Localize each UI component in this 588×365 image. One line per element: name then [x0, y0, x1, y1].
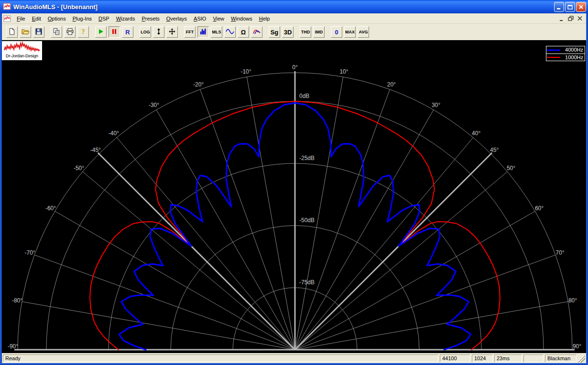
menu-presets[interactable]: Presets [138, 14, 163, 23]
mdi-close-button[interactable] [576, 15, 584, 22]
status-panel-2: 1024 [472, 354, 493, 362]
menu-bar: FileEditOptionsPlug-InsDSPWizardsPresets… [2, 13, 586, 24]
zoom-vertical-button[interactable] [153, 26, 164, 38]
svg-text:40°: 40° [472, 130, 480, 137]
signal-generator-button[interactable]: Sg [269, 26, 280, 38]
toolbar-group: Sg3D [269, 26, 294, 38]
pan-button[interactable] [166, 26, 178, 38]
svg-text:90°: 90° [573, 343, 581, 350]
toolbar: ?RLOGFFTMLSΩSg3DTHDIMD0MAXAVG [2, 24, 586, 40]
open-button[interactable] [20, 26, 31, 38]
menu-file[interactable]: File [13, 14, 29, 23]
view-3d-label: 3D [284, 29, 292, 35]
polar-chart: 0°10°-10°20°-20°30°-30°40°-40°45°-45°50°… [2, 40, 586, 353]
menu-dsp[interactable]: DSP [95, 14, 113, 23]
record-label: R [125, 29, 130, 35]
copy-icon [53, 28, 60, 37]
play-icon [97, 28, 105, 37]
toolbar-group: R [95, 26, 133, 38]
fft-button[interactable]: FFT [184, 26, 196, 38]
save-button[interactable] [33, 26, 44, 38]
window-border-left [0, 13, 2, 365]
scope-button[interactable] [224, 26, 236, 38]
menu-windows[interactable]: Windows [228, 14, 256, 23]
svg-text:0dB: 0dB [299, 93, 309, 99]
signal-generator-label: Sg [271, 29, 279, 35]
sine-wave-icon [226, 28, 234, 37]
mls-label: MLS [212, 30, 221, 34]
mdi-minimize-button[interactable] [558, 15, 566, 22]
menu-help[interactable]: Help [256, 14, 273, 23]
svg-text:-10°: -10° [240, 68, 251, 75]
svg-text:50°: 50° [507, 165, 515, 172]
svg-text:?: ? [82, 28, 85, 35]
status-panel-1: 44100 [440, 354, 470, 362]
avg-button[interactable]: AVG [358, 26, 369, 38]
svg-text:-75dB: -75dB [299, 279, 315, 286]
copy-button[interactable] [51, 26, 62, 38]
resize-grip-icon[interactable] [578, 355, 585, 363]
polar-grid [14, 71, 575, 350]
app-icon [3, 2, 11, 11]
impedance-button[interactable]: Ω [238, 26, 249, 38]
print-icon [66, 28, 74, 37]
legend-entry: 1000Hz [546, 54, 585, 61]
menu-items: FileEditOptionsPlug-InsDSPWizardsPresets… [13, 14, 273, 23]
legend-entry: 4000Hz [546, 46, 585, 54]
window-border-bottom [0, 363, 588, 365]
log-scale-label: LOG [141, 30, 150, 34]
help-icon: ? [79, 28, 87, 37]
arrows-move-icon [168, 28, 176, 37]
status-message: Ready [3, 354, 438, 362]
fft-label: FFT [186, 30, 194, 34]
window-title: WinAudioMLS - [Unbenannt] [13, 3, 554, 11]
legend-label: 1000Hz [565, 54, 583, 60]
mls-button[interactable]: MLS [211, 26, 222, 38]
window-controls [554, 2, 586, 12]
spectrum-button[interactable] [197, 26, 209, 38]
svg-text:-30°: -30° [149, 102, 159, 108]
pause-button[interactable] [109, 26, 120, 38]
document-icon [3, 15, 11, 22]
thd-button[interactable]: THD [300, 26, 311, 38]
app-window: WinAudioMLS - [Unbenannt] FileEditOption… [0, 0, 588, 365]
menu-overlays[interactable]: Overlays [163, 14, 190, 23]
menu-wizards[interactable]: Wizards [113, 14, 139, 23]
svg-text:-50°: -50° [74, 165, 84, 172]
toolbar-group [6, 26, 44, 38]
view-3d-button[interactable]: 3D [282, 26, 294, 38]
vendor-logo: Dr-Jordan-Design [2, 41, 42, 60]
menu-options[interactable]: Options [44, 14, 69, 23]
maximize-button[interactable] [565, 2, 575, 12]
svg-text:45°: 45° [490, 147, 499, 153]
log-scale-button[interactable]: LOG [140, 26, 151, 38]
svg-text:-60°: -60° [45, 205, 56, 212]
mdi-restore-button[interactable] [567, 15, 575, 22]
menu-view[interactable]: View [209, 14, 228, 23]
legend-swatch [547, 49, 560, 51]
imd-button[interactable]: IMD [313, 26, 325, 38]
help-button[interactable]: ? [77, 26, 89, 38]
zero-button[interactable]: 0 [331, 26, 342, 38]
minimize-button[interactable] [554, 2, 564, 12]
overlay-curves-button[interactable] [251, 26, 262, 38]
legend-swatch [547, 57, 560, 58]
menu-asio[interactable]: ASIO [190, 14, 209, 23]
svg-text:60°: 60° [535, 205, 544, 212]
legend-label: 4000Hz [565, 47, 583, 53]
svg-text:-80°: -80° [12, 297, 22, 304]
max-button[interactable]: MAX [344, 26, 356, 38]
close-button[interactable] [576, 2, 586, 12]
menu-edit[interactable]: Edit [29, 14, 44, 23]
record-button[interactable]: R [122, 26, 133, 38]
svg-text:-45°: -45° [90, 147, 101, 153]
waveform-logo-icon [3, 41, 41, 54]
status-panel-5: Blackman [545, 354, 577, 362]
print-button[interactable] [64, 26, 76, 38]
mdi-window-controls [558, 15, 586, 22]
title-bar: WinAudioMLS - [Unbenannt] [0, 0, 588, 13]
menu-plug-ins[interactable]: Plug-Ins [69, 14, 95, 23]
save-icon [35, 28, 43, 37]
play-button[interactable] [95, 26, 107, 38]
new-button[interactable] [6, 26, 18, 38]
